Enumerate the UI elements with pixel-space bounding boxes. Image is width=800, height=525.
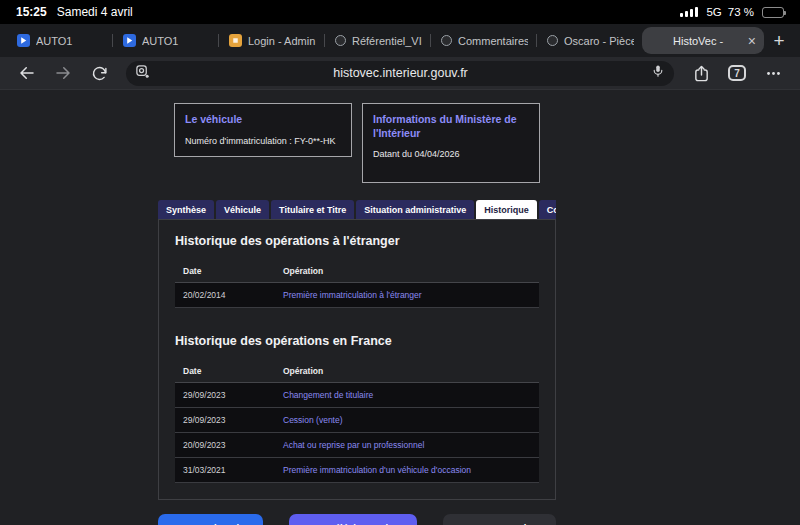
browser-tab-histovec-active[interactable]: HistoVec - × — [642, 27, 764, 54]
date-cell: 20/02/2014 — [175, 283, 275, 307]
tab-controles-techniques[interactable]: Contrôles techniques — [539, 200, 556, 219]
tab-switcher-button[interactable]: 7 — [720, 59, 754, 87]
vehicle-card: Le véhicule Numéro d'immatriculation : F… — [174, 103, 352, 157]
signal-icon — [680, 7, 698, 17]
table-row: 29/09/2023 Changement de titulaire — [175, 383, 539, 408]
column-date: Date — [175, 360, 275, 382]
browser-tab-login-admin[interactable]: Login - Admin — [218, 24, 324, 57]
tab-synthese[interactable]: Synthèse — [158, 200, 214, 219]
browser-tab-oscaro[interactable]: Oscaro - Pièce — [536, 24, 642, 57]
url-bar[interactable]: histovec.interieur.gouv.fr — [126, 61, 674, 86]
print-csa-button[interactable]: Imprimer le CSA — [158, 514, 263, 525]
tab-strip: AUTO1 AUTO1 Login - Admin Référentiel_VI… — [0, 24, 800, 57]
date-cell: 29/09/2023 — [175, 383, 275, 407]
table-header: Date Opération — [175, 260, 539, 283]
tab-titulaire-et-titre[interactable]: Titulaire et Titre — [271, 200, 354, 219]
date-cell: 20/09/2023 — [175, 433, 275, 457]
browser-tab-auto1-2[interactable]: AUTO1 — [112, 24, 218, 57]
date-cell: 29/09/2023 — [175, 408, 275, 432]
back-button[interactable] — [10, 59, 44, 87]
table-row: 20/02/2014 Première immatriculation à l'… — [175, 283, 539, 308]
table-row: 20/09/2023 Achat ou reprise par un profe… — [175, 433, 539, 458]
url-text: histovec.interieur.gouv.fr — [150, 66, 651, 80]
battery-icon — [762, 7, 784, 18]
forward-button[interactable] — [46, 59, 80, 87]
site-favicon — [547, 35, 558, 46]
network-type: 5G — [706, 6, 721, 18]
date: Samedi 4 avril — [57, 5, 133, 19]
tab-title: HistoVec - — [673, 35, 740, 47]
column-operation: Opération — [275, 260, 539, 282]
section-operations-etranger: Historique des opérations à l'étranger D… — [175, 234, 539, 308]
clock: 15:25 — [16, 5, 47, 19]
table-header: Date Opération — [175, 360, 539, 383]
browser-window: 15:25 Samedi 4 avril 5G 73 % AUTO1 AUTO1… — [0, 0, 800, 525]
historique-panel: Historique des opérations à l'étranger D… — [158, 219, 556, 500]
section-operations-france: Historique des opérations en France Date… — [175, 334, 539, 483]
tab-title: AUTO1 — [36, 35, 104, 47]
table-row: 31/03/2021 Première immatriculation d'un… — [175, 458, 539, 483]
summary-cards: Le véhicule Numéro d'immatriculation : F… — [158, 103, 556, 183]
column-date: Date — [175, 260, 275, 282]
tab-situation-administrative[interactable]: Situation administrative — [356, 200, 474, 219]
section-heading: Historique des opérations à l'étranger — [175, 234, 539, 248]
auto1-favicon — [123, 34, 136, 47]
send-report-button[interactable]: Envoyer le rapport — [443, 514, 557, 525]
tab-title: Login - Admin — [248, 35, 316, 47]
login-favicon — [229, 34, 242, 47]
card-title: Informations du Ministère de l'Intérieur — [373, 113, 529, 140]
section-heading: Historique des opérations en France — [175, 334, 539, 348]
browser-tab-referentiel-vin[interactable]: Référentiel_VIN — [324, 24, 430, 57]
tab-title: Oscaro - Pièce — [564, 35, 634, 47]
tab-historique[interactable]: Historique — [476, 200, 537, 219]
report-tabs: Synthèse Véhicule Titulaire et Titre Sit… — [158, 200, 556, 219]
status-bar: 15:25 Samedi 4 avril 5G 73 % — [0, 0, 800, 24]
browser-tab-auto1-1[interactable]: AUTO1 — [6, 24, 112, 57]
share-button[interactable] — [684, 59, 718, 87]
tab-title: AUTO1 — [142, 35, 210, 47]
reload-button[interactable] — [82, 59, 116, 87]
tab-title: Commentaires — [458, 35, 528, 47]
tab-title: Référentiel_VIN — [352, 35, 422, 47]
auto1-favicon — [17, 34, 30, 47]
site-favicon — [441, 35, 452, 46]
download-report-button[interactable]: Télécharger le rapport — [289, 514, 417, 525]
ministry-info-card: Informations du Ministère de l'Intérieur… — [362, 103, 540, 183]
battery-percent: 73 % — [728, 6, 754, 18]
registration-number: Numéro d'immatriculation : FY-0**-HK — [185, 136, 341, 146]
tab-count[interactable]: 7 — [728, 65, 746, 81]
table-row: 29/09/2023 Cession (vente) — [175, 408, 539, 433]
operation-link[interactable]: Première immatriculation à l'étranger — [275, 283, 539, 307]
more-menu-button[interactable] — [756, 59, 790, 87]
new-tab-button[interactable]: + — [764, 24, 794, 57]
card-title: Le véhicule — [185, 113, 341, 127]
operation-link[interactable]: Première immatriculation d'un véhicule d… — [275, 458, 539, 482]
close-icon[interactable]: × — [746, 34, 756, 48]
report-actions: Imprimer le CSA Télécharger le rapport E… — [158, 514, 556, 525]
operation-link[interactable]: Cession (vente) — [275, 408, 539, 432]
column-operation: Opération — [275, 360, 539, 382]
tab-vehicule[interactable]: Véhicule — [216, 200, 269, 219]
france-flag-icon — [653, 36, 667, 46]
page-viewport: Le véhicule Numéro d'immatriculation : F… — [0, 90, 800, 525]
nav-bar: histovec.interieur.gouv.fr 7 — [0, 57, 800, 90]
operation-link[interactable]: Achat ou reprise par un professionnel — [275, 433, 539, 457]
report-date: Datant du 04/04/2026 — [373, 149, 529, 159]
operation-link[interactable]: Changement de titulaire — [275, 383, 539, 407]
site-favicon — [335, 35, 346, 46]
browser-tab-commentaires[interactable]: Commentaires — [430, 24, 536, 57]
date-cell: 31/03/2021 — [175, 458, 275, 482]
mic-icon[interactable] — [651, 64, 665, 82]
lens-icon[interactable] — [135, 64, 150, 83]
